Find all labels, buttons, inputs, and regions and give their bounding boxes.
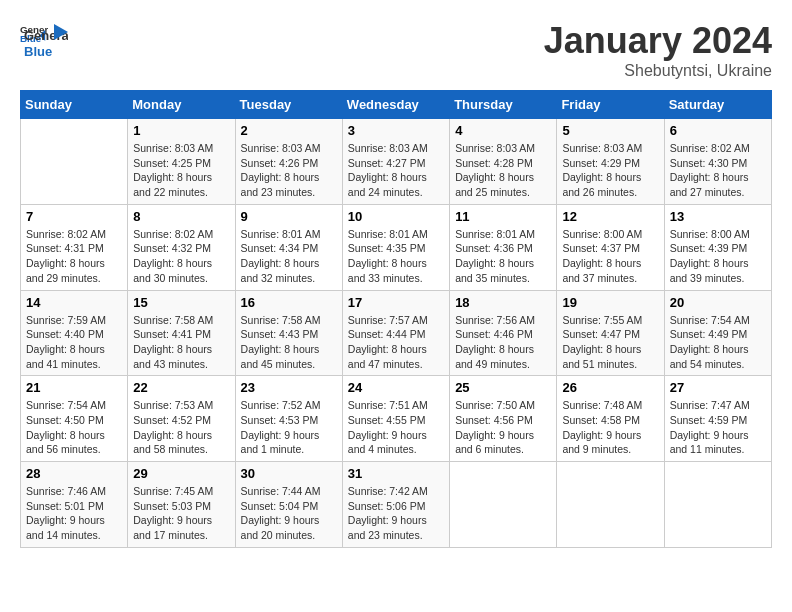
day-header-saturday: Saturday [664,91,771,119]
logo-proper: General Blue [24,24,68,60]
day-number: 13 [670,209,766,224]
day-number: 1 [133,123,229,138]
day-info: Sunrise: 7:58 AMSunset: 4:43 PMDaylight:… [241,313,337,372]
day-info: Sunrise: 8:03 AMSunset: 4:28 PMDaylight:… [455,141,551,200]
month-title: January 2024 [544,20,772,62]
day-info: Sunrise: 7:48 AMSunset: 4:58 PMDaylight:… [562,398,658,457]
calendar-cell: 22Sunrise: 7:53 AMSunset: 4:52 PMDayligh… [128,376,235,462]
day-number: 20 [670,295,766,310]
day-number: 17 [348,295,444,310]
calendar-cell: 11Sunrise: 8:01 AMSunset: 4:36 PMDayligh… [450,204,557,290]
calendar-cell: 30Sunrise: 7:44 AMSunset: 5:04 PMDayligh… [235,462,342,548]
day-number: 6 [670,123,766,138]
day-number: 15 [133,295,229,310]
calendar-cell: 3Sunrise: 8:03 AMSunset: 4:27 PMDaylight… [342,119,449,205]
calendar-cell: 25Sunrise: 7:50 AMSunset: 4:56 PMDayligh… [450,376,557,462]
calendar-cell: 27Sunrise: 7:47 AMSunset: 4:59 PMDayligh… [664,376,771,462]
day-info: Sunrise: 8:03 AMSunset: 4:29 PMDaylight:… [562,141,658,200]
calendar-cell: 8Sunrise: 8:02 AMSunset: 4:32 PMDaylight… [128,204,235,290]
day-info: Sunrise: 7:57 AMSunset: 4:44 PMDaylight:… [348,313,444,372]
calendar-cell: 10Sunrise: 8:01 AMSunset: 4:35 PMDayligh… [342,204,449,290]
calendar-cell: 14Sunrise: 7:59 AMSunset: 4:40 PMDayligh… [21,290,128,376]
day-number: 23 [241,380,337,395]
calendar-cell: 31Sunrise: 7:42 AMSunset: 5:06 PMDayligh… [342,462,449,548]
week-row-5: 28Sunrise: 7:46 AMSunset: 5:01 PMDayligh… [21,462,772,548]
day-number: 29 [133,466,229,481]
calendar-cell: 2Sunrise: 8:03 AMSunset: 4:26 PMDaylight… [235,119,342,205]
calendar-cell: 26Sunrise: 7:48 AMSunset: 4:58 PMDayligh… [557,376,664,462]
day-info: Sunrise: 8:01 AMSunset: 4:36 PMDaylight:… [455,227,551,286]
calendar-cell: 18Sunrise: 7:56 AMSunset: 4:46 PMDayligh… [450,290,557,376]
calendar-cell [664,462,771,548]
calendar-cell: 21Sunrise: 7:54 AMSunset: 4:50 PMDayligh… [21,376,128,462]
day-number: 12 [562,209,658,224]
day-info: Sunrise: 8:03 AMSunset: 4:26 PMDaylight:… [241,141,337,200]
day-info: Sunrise: 7:51 AMSunset: 4:55 PMDaylight:… [348,398,444,457]
day-info: Sunrise: 8:00 AMSunset: 4:39 PMDaylight:… [670,227,766,286]
calendar-cell: 7Sunrise: 8:02 AMSunset: 4:31 PMDaylight… [21,204,128,290]
day-number: 30 [241,466,337,481]
day-info: Sunrise: 7:54 AMSunset: 4:49 PMDaylight:… [670,313,766,372]
calendar-cell: 12Sunrise: 8:00 AMSunset: 4:37 PMDayligh… [557,204,664,290]
week-row-4: 21Sunrise: 7:54 AMSunset: 4:50 PMDayligh… [21,376,772,462]
calendar-cell [21,119,128,205]
calendar-cell [557,462,664,548]
day-number: 10 [348,209,444,224]
general-blue-logo-svg: General Blue [24,24,68,60]
day-info: Sunrise: 8:02 AMSunset: 4:32 PMDaylight:… [133,227,229,286]
day-info: Sunrise: 8:03 AMSunset: 4:27 PMDaylight:… [348,141,444,200]
day-info: Sunrise: 7:59 AMSunset: 4:40 PMDaylight:… [26,313,122,372]
calendar-cell: 16Sunrise: 7:58 AMSunset: 4:43 PMDayligh… [235,290,342,376]
calendar-cell: 24Sunrise: 7:51 AMSunset: 4:55 PMDayligh… [342,376,449,462]
day-number: 27 [670,380,766,395]
day-number: 28 [26,466,122,481]
week-row-2: 7Sunrise: 8:02 AMSunset: 4:31 PMDaylight… [21,204,772,290]
calendar-cell: 6Sunrise: 8:02 AMSunset: 4:30 PMDaylight… [664,119,771,205]
day-number: 2 [241,123,337,138]
day-header-sunday: Sunday [21,91,128,119]
calendar-cell: 17Sunrise: 7:57 AMSunset: 4:44 PMDayligh… [342,290,449,376]
location-subtitle: Shebutyntsi, Ukraine [544,62,772,80]
day-info: Sunrise: 7:56 AMSunset: 4:46 PMDaylight:… [455,313,551,372]
calendar-cell: 19Sunrise: 7:55 AMSunset: 4:47 PMDayligh… [557,290,664,376]
calendar-cell: 20Sunrise: 7:54 AMSunset: 4:49 PMDayligh… [664,290,771,376]
day-header-friday: Friday [557,91,664,119]
day-number: 24 [348,380,444,395]
calendar-cell: 5Sunrise: 8:03 AMSunset: 4:29 PMDaylight… [557,119,664,205]
day-number: 5 [562,123,658,138]
day-info: Sunrise: 8:02 AMSunset: 4:31 PMDaylight:… [26,227,122,286]
day-header-monday: Monday [128,91,235,119]
day-number: 11 [455,209,551,224]
day-info: Sunrise: 7:42 AMSunset: 5:06 PMDaylight:… [348,484,444,543]
calendar-cell [450,462,557,548]
day-info: Sunrise: 7:45 AMSunset: 5:03 PMDaylight:… [133,484,229,543]
day-info: Sunrise: 7:47 AMSunset: 4:59 PMDaylight:… [670,398,766,457]
day-number: 14 [26,295,122,310]
day-info: Sunrise: 7:55 AMSunset: 4:47 PMDaylight:… [562,313,658,372]
day-info: Sunrise: 8:00 AMSunset: 4:37 PMDaylight:… [562,227,658,286]
calendar-cell: 13Sunrise: 8:00 AMSunset: 4:39 PMDayligh… [664,204,771,290]
day-info: Sunrise: 7:46 AMSunset: 5:01 PMDaylight:… [26,484,122,543]
day-header-thursday: Thursday [450,91,557,119]
day-number: 9 [241,209,337,224]
calendar-cell: 28Sunrise: 7:46 AMSunset: 5:01 PMDayligh… [21,462,128,548]
day-info: Sunrise: 7:52 AMSunset: 4:53 PMDaylight:… [241,398,337,457]
day-info: Sunrise: 7:53 AMSunset: 4:52 PMDaylight:… [133,398,229,457]
day-number: 31 [348,466,444,481]
day-header-wednesday: Wednesday [342,91,449,119]
title-block: January 2024 Shebutyntsi, Ukraine [544,20,772,80]
day-info: Sunrise: 8:01 AMSunset: 4:34 PMDaylight:… [241,227,337,286]
day-number: 3 [348,123,444,138]
day-info: Sunrise: 8:02 AMSunset: 4:30 PMDaylight:… [670,141,766,200]
page-header: General Blue January 2024 Shebutyntsi, U… [20,20,772,80]
day-number: 25 [455,380,551,395]
day-number: 8 [133,209,229,224]
calendar-cell: 15Sunrise: 7:58 AMSunset: 4:41 PMDayligh… [128,290,235,376]
day-header-tuesday: Tuesday [235,91,342,119]
day-number: 7 [26,209,122,224]
day-number: 21 [26,380,122,395]
svg-text:Blue: Blue [24,44,52,59]
week-row-1: 1Sunrise: 8:03 AMSunset: 4:25 PMDaylight… [21,119,772,205]
calendar-cell: 4Sunrise: 8:03 AMSunset: 4:28 PMDaylight… [450,119,557,205]
calendar-cell: 29Sunrise: 7:45 AMSunset: 5:03 PMDayligh… [128,462,235,548]
